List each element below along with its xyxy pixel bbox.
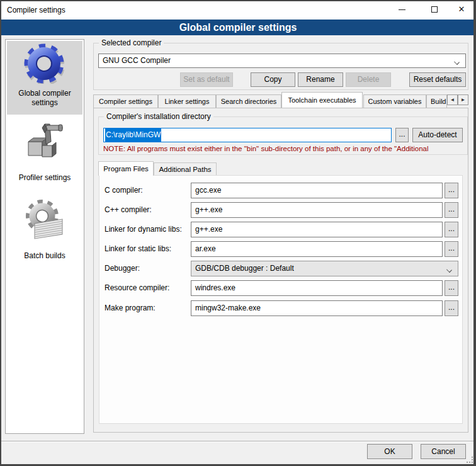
browse-c-compiler-button[interactable]: ... <box>445 183 458 198</box>
installation-directory-legend: Compiler's installation directory <box>104 112 213 121</box>
tab-compiler-settings[interactable]: Compiler settings <box>93 94 158 108</box>
footer-divider <box>0 441 476 442</box>
sidebar-item-label[interactable]: Profiler settings <box>7 173 82 183</box>
sidebar-item-label[interactable]: Batch builds <box>7 251 82 261</box>
maximize-icon <box>431 6 438 13</box>
global-compiler-gear-icon <box>24 43 64 84</box>
close-icon: ✕ <box>447 0 476 20</box>
field-label: C compiler: <box>105 186 143 195</box>
tab-build-options[interactable]: Build <box>426 94 447 108</box>
debugger-select-value: GDB/CDB debugger : Default <box>195 264 294 273</box>
maximize-button[interactable] <box>417 0 446 20</box>
field-label: Make program: <box>105 304 156 312</box>
browse-directory-button[interactable]: ... <box>395 128 409 142</box>
field-label: C++ compiler: <box>105 205 152 214</box>
tab-scroll-left-button[interactable]: ◄ <box>447 94 458 105</box>
linker-dynamic-input[interactable]: g++.exe <box>191 222 443 237</box>
tab-custom-variables[interactable]: Custom variables <box>363 94 426 108</box>
tab-scroll-right-button[interactable]: ► <box>458 94 468 105</box>
compiler-select-value: GNU GCC Compiler <box>103 56 171 65</box>
linker-static-input[interactable]: ar.exe <box>191 241 443 257</box>
resource-compiler-input[interactable]: windres.exe <box>191 280 443 296</box>
tab-search-directories[interactable]: Search directories <box>216 94 281 108</box>
installation-directory-value: C:\raylib\MinGW <box>105 128 161 142</box>
minimize-icon <box>399 9 405 10</box>
profiler-icon[interactable] <box>23 120 66 163</box>
rename-button[interactable]: Rename <box>298 72 343 87</box>
resize-grip[interactable] <box>467 457 473 463</box>
compiler-select[interactable]: GNU GCC Compiler <box>98 54 466 68</box>
window-border-top <box>0 0 476 1</box>
delete-button[interactable]: Delete <box>346 72 391 87</box>
cancel-button[interactable]: Cancel <box>421 444 466 459</box>
selected-compiler-legend: Selected compiler <box>99 38 164 47</box>
field-label: Linker for static libs: <box>105 244 171 253</box>
close-button[interactable]: ✕ <box>447 0 476 20</box>
tab-linker-settings[interactable]: Linker settings <box>158 94 216 108</box>
field-label: Debugger: <box>105 264 140 273</box>
tab-toolchain-executables[interactable]: Toolchain executables <box>281 92 363 108</box>
window-border-left <box>0 0 1 466</box>
debugger-select[interactable]: GDB/CDB debugger : Default <box>191 261 458 276</box>
batch-builds-icon[interactable] <box>23 200 66 242</box>
reset-defaults-button[interactable]: Reset defaults <box>409 72 466 87</box>
browse-linker-dynamic-button[interactable]: ... <box>445 222 458 237</box>
c-compiler-input[interactable]: gcc.exe <box>191 183 443 198</box>
make-program-input[interactable]: mingw32-make.exe <box>191 300 443 316</box>
window-title: Compiler settings <box>7 6 65 14</box>
compiler-settings-dialog: Compiler settings ✕ Global compiler sett… <box>0 0 476 466</box>
field-label: Linker for dynamic libs: <box>105 225 182 234</box>
sidebar: Global compiler settings Profiler settin… <box>5 39 84 434</box>
chevron-down-icon <box>447 268 452 273</box>
auto-detect-button[interactable]: Auto-detect <box>412 128 463 142</box>
installation-directory-input[interactable]: C:\raylib\MinGW <box>103 128 392 142</box>
title-bar: Compiler settings ✕ <box>0 0 476 20</box>
subtab-program-files[interactable]: Program Files <box>98 161 154 176</box>
minimize-button[interactable] <box>388 0 417 20</box>
set-as-default-button[interactable]: Set as default <box>180 72 233 87</box>
browse-resource-compiler-button[interactable]: ... <box>445 280 458 296</box>
ok-button[interactable]: OK <box>367 444 412 459</box>
dialog-header: Global compiler settings <box>0 20 476 35</box>
cpp-compiler-input[interactable]: g++.exe <box>191 202 443 218</box>
field-label: Resource compiler: <box>105 283 169 292</box>
copy-button[interactable]: Copy <box>251 72 295 87</box>
browse-cpp-compiler-button[interactable]: ... <box>445 202 458 218</box>
sidebar-item-label: Global compiler settings <box>7 89 82 108</box>
browse-make-program-button[interactable]: ... <box>445 300 458 316</box>
installation-note: NOTE: All programs must exist either in … <box>103 145 463 152</box>
chevron-down-icon <box>455 60 460 65</box>
subtab-additional-paths[interactable]: Additional Paths <box>154 162 217 176</box>
window-border-right <box>473 0 476 466</box>
browse-linker-static-button[interactable]: ... <box>445 241 458 257</box>
